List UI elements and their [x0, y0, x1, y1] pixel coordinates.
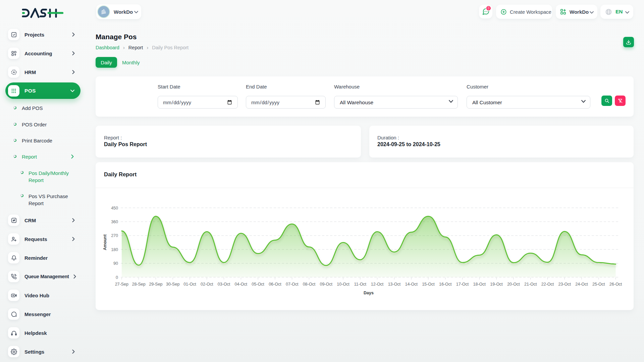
svg-text:14-Oct: 14-Oct [405, 282, 418, 287]
svg-text:20-Oct: 20-Oct [507, 282, 520, 287]
svg-text:10-Oct: 10-Oct [337, 282, 350, 287]
svg-text:23-Oct: 23-Oct [558, 282, 571, 287]
svg-text:24-Oct: 24-Oct [575, 282, 588, 287]
svg-text:25-Oct: 25-Oct [592, 282, 605, 287]
svg-text:04-Oct: 04-Oct [235, 282, 248, 287]
svg-text:28-Sep: 28-Sep [132, 282, 145, 287]
svg-text:03-Oct: 03-Oct [218, 282, 230, 287]
svg-text:26-Oct: 26-Oct [609, 282, 622, 287]
svg-text:18-Oct: 18-Oct [473, 282, 486, 287]
svg-text:16-Oct: 16-Oct [439, 282, 452, 287]
svg-text:Days: Days [364, 291, 374, 295]
svg-text:360: 360 [111, 220, 118, 224]
svg-text:11-Oct: 11-Oct [354, 282, 367, 287]
svg-text:01-Oct: 01-Oct [183, 282, 196, 287]
svg-text:08-Oct: 08-Oct [303, 282, 316, 287]
svg-text:27-Sep: 27-Sep [115, 282, 128, 287]
svg-text:30-Sep: 30-Sep [166, 282, 179, 287]
svg-text:15-Oct: 15-Oct [422, 282, 435, 287]
svg-text:450: 450 [111, 206, 118, 210]
svg-text:13-Oct: 13-Oct [388, 282, 401, 287]
svg-text:Amount: Amount [103, 234, 107, 250]
svg-text:07-Oct: 07-Oct [286, 282, 299, 287]
svg-text:90: 90 [113, 261, 118, 266]
svg-text:17-Oct: 17-Oct [456, 282, 469, 287]
svg-text:270: 270 [111, 233, 118, 238]
svg-text:19-Oct: 19-Oct [490, 282, 503, 287]
svg-text:05-Oct: 05-Oct [252, 282, 264, 287]
svg-text:02-Oct: 02-Oct [201, 282, 213, 287]
svg-text:12-Oct: 12-Oct [371, 282, 384, 287]
svg-text:22-Oct: 22-Oct [541, 282, 554, 287]
svg-text:0: 0 [116, 275, 118, 280]
svg-text:06-Oct: 06-Oct [269, 282, 281, 287]
svg-text:09-Oct: 09-Oct [320, 282, 332, 287]
svg-text:29-Sep: 29-Sep [149, 282, 162, 287]
svg-text:180: 180 [111, 247, 118, 252]
svg-text:21-Oct: 21-Oct [524, 282, 537, 287]
